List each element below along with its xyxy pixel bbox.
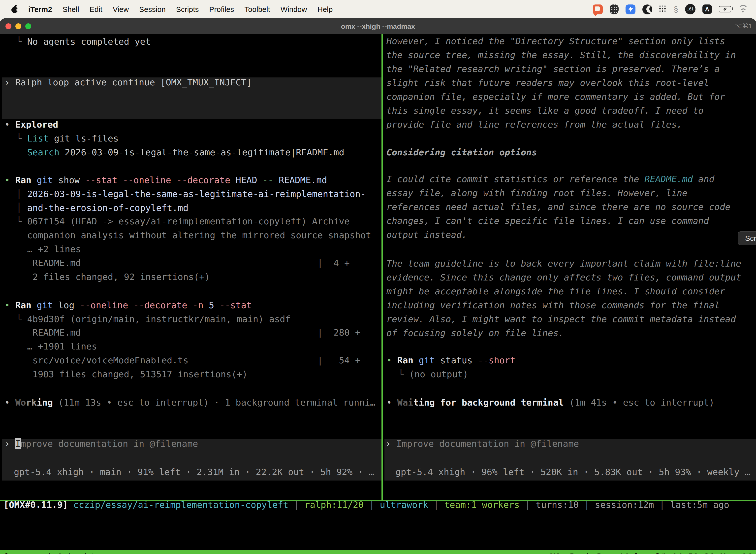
menu-item-window[interactable]: Window	[280, 5, 307, 13]
title-bar[interactable]: omx --xhigh --madmax ⌥⌘1	[0, 18, 756, 35]
iterm-window: omx --xhigh --madmax ⌥⌘1 [omx-cczip0:bas…	[0, 18, 756, 554]
apple-bite	[16, 8, 19, 11]
menu-item-view[interactable]: View	[113, 5, 129, 13]
tmux-host-clock-label: "MacBook-Pro-44.local" 04:52 31-Mar-26	[548, 550, 753, 554]
apple-menu-icon[interactable]	[11, 6, 18, 13]
squiggle-icon[interactable]: §	[674, 5, 678, 13]
menu-bar: iTerm2 Shell Edit View Session Scripts P…	[0, 0, 756, 18]
window-shortcut-badge: ⌥⌘1	[735, 18, 752, 34]
menu-item-shell[interactable]: Shell	[63, 5, 79, 13]
battery-charging-icon[interactable]	[719, 6, 731, 12]
menu-item-session[interactable]: Session	[139, 5, 166, 13]
tmux-status-bar: [omx-cczip0:bash* "MacBook-Pro-44.local"…	[0, 550, 756, 554]
wifi-icon[interactable]	[738, 5, 748, 13]
menu-item-help[interactable]: Help	[317, 5, 333, 13]
lightning-glyph	[628, 6, 633, 12]
left-ralph-input-box[interactable]	[2, 77, 381, 119]
menu-item-profiles[interactable]: Profiles	[209, 5, 234, 13]
screen-tooltip: Scre	[738, 231, 756, 245]
menu-item-iterm2[interactable]: iTerm2	[28, 5, 52, 13]
menu-items: iTerm2 Shell Edit View Session Scripts P…	[28, 5, 333, 13]
menu-status-icons: § ..61 A	[593, 0, 748, 18]
right-prompt-input-box[interactable]	[384, 439, 756, 481]
pane-divider-vertical[interactable]	[381, 34, 383, 501]
bolt-blue-icon[interactable]	[626, 4, 635, 14]
badge-61-icon[interactable]: ..61	[685, 4, 695, 14]
crescent-circle-icon[interactable]	[642, 4, 652, 14]
pane-divider-horizontal	[0, 500, 756, 501]
screen: iTerm2 Shell Edit View Session Scripts P…	[0, 0, 756, 554]
chat-bubble-icon[interactable]	[593, 4, 603, 14]
window-title: omx --xhigh --madmax	[0, 18, 756, 34]
letter-a-app-icon[interactable]: A	[702, 4, 712, 14]
shield-grid-icon[interactable]	[610, 4, 619, 14]
terminal-body[interactable]: [omx-cczip0:bash* "MacBook-Pro-44.local"…	[0, 34, 756, 554]
battery-bolt-glyph	[723, 7, 727, 11]
dots-grid-icon[interactable]	[659, 5, 667, 13]
menu-item-toolbelt[interactable]: Toolbelt	[245, 5, 270, 13]
tmux-session-label[interactable]: [omx-cczip0:bash*	[3, 550, 95, 554]
menu-item-edit[interactable]: Edit	[89, 5, 103, 13]
left-prompt-input-box[interactable]	[2, 439, 381, 481]
menu-item-scripts[interactable]: Scripts	[176, 5, 199, 13]
